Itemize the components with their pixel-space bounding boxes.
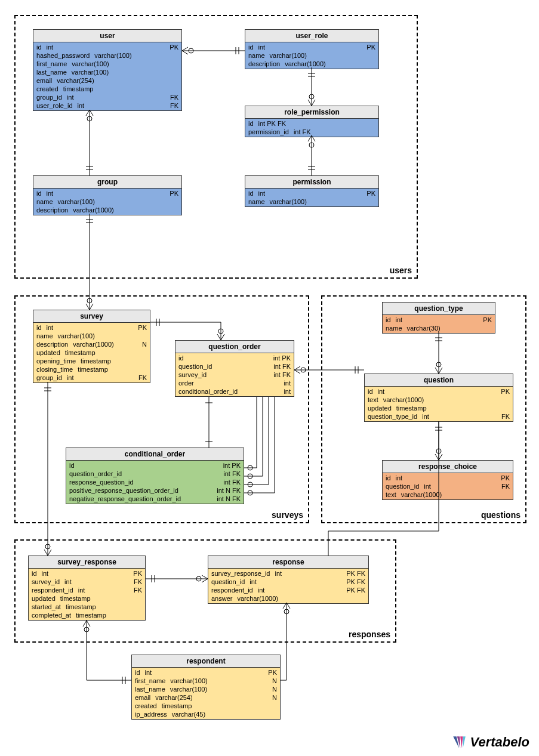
column-row: idintPK xyxy=(383,316,495,324)
table-body: idint PK FKpermission_idint FK xyxy=(245,119,378,137)
table-title: user xyxy=(33,30,181,42)
table-group[interactable]: group idintPKnamevarchar(100)description… xyxy=(33,175,182,215)
group-label-surveys: surveys xyxy=(272,510,303,520)
table-body: idintPKnamevarchar(100)descriptionvarcha… xyxy=(245,42,378,69)
column-row: namevarchar(100) xyxy=(33,332,150,340)
column-row: permission_idint FK xyxy=(245,128,378,136)
group-label-responses: responses xyxy=(349,630,390,639)
table-body: idintPKnamevarchar(30) xyxy=(383,315,495,333)
table-body: idintPKtextvarchar(1000)updatedtimestamp… xyxy=(365,387,513,421)
column-row: emailvarchar(254) xyxy=(33,76,181,85)
table-response-choice[interactable]: response_choice idintPKquestion_idintFKt… xyxy=(382,460,513,500)
logo-text: Vertabelo xyxy=(470,735,529,750)
table-title: user_role xyxy=(245,30,378,42)
column-row: idintPK xyxy=(383,474,513,482)
column-row: idintPK xyxy=(33,43,181,51)
table-role-permission[interactable]: role_permission idint PK FKpermission_id… xyxy=(245,106,379,137)
column-row: descriptionvarchar(1000)N xyxy=(33,340,150,348)
column-row: survey_response_idintPK FK xyxy=(208,569,368,578)
table-survey[interactable]: survey idintPKnamevarchar(100)descriptio… xyxy=(33,310,150,383)
table-permission[interactable]: permission idintPKnamevarchar(100) xyxy=(245,175,379,207)
group-label-users: users xyxy=(390,266,412,275)
column-row: namevarchar(100) xyxy=(245,198,378,206)
table-question-order[interactable]: question_order idint PKquestion_idint FK… xyxy=(175,340,294,397)
column-row: respondent_idintFK xyxy=(29,586,145,594)
column-row: group_idintFK xyxy=(33,93,181,101)
table-title: role_permission xyxy=(245,106,378,119)
table-body: idintPKnamevarchar(100) xyxy=(245,189,378,206)
column-row: createdtimestamp xyxy=(33,85,181,93)
column-row: first_namevarchar(100) xyxy=(33,60,181,68)
table-title: group xyxy=(33,176,181,189)
column-row: updatedtimestamp xyxy=(33,348,150,357)
table-body: idintPKfirst_namevarchar(100)Nlast_namev… xyxy=(132,668,280,719)
column-row: group_idintFK xyxy=(33,374,150,382)
column-row: updatedtimestamp xyxy=(365,404,513,412)
column-row: updatedtimestamp xyxy=(29,594,145,603)
table-conditional-order[interactable]: conditional_order idint PKquestion_order… xyxy=(66,448,244,504)
table-user[interactable]: user idintPKhashed_passwordvarchar(100)f… xyxy=(33,29,182,111)
column-row: namevarchar(100) xyxy=(33,198,181,206)
column-row: idintPK xyxy=(33,189,181,198)
column-row: respondent_idintPK FK xyxy=(208,586,368,594)
table-body: idintPKquestion_idintFKtextvarchar(1000) xyxy=(383,473,513,499)
vertabelo-logo-icon xyxy=(451,735,467,750)
column-row: survey_idint FK xyxy=(175,371,294,379)
table-title: conditional_order xyxy=(66,448,244,461)
column-row: emailvarchar(254)N xyxy=(132,693,280,702)
column-row: idint PK FK xyxy=(245,119,378,128)
column-row: opening_timetimestamp xyxy=(33,357,150,365)
table-title: question_order xyxy=(175,341,294,353)
column-row: descriptionvarchar(1000) xyxy=(245,60,378,68)
column-row: first_namevarchar(100)N xyxy=(132,677,280,685)
column-row: conditional_order_idint xyxy=(175,387,294,396)
column-row: hashed_passwordvarchar(100) xyxy=(33,51,181,60)
table-title: response xyxy=(208,556,368,569)
group-label-questions: questions xyxy=(481,510,520,520)
table-respondent[interactable]: respondent idintPKfirst_namevarchar(100)… xyxy=(131,655,281,720)
column-row: answervarchar(1000) xyxy=(208,594,368,603)
column-row: last_namevarchar(100)N xyxy=(132,685,280,693)
table-body: survey_response_idintPK FKquestion_idint… xyxy=(208,569,368,603)
column-row: positive_response_question_order_idint N… xyxy=(66,486,244,495)
column-row: question_idintPK FK xyxy=(208,578,368,586)
table-title: question_type xyxy=(383,303,495,315)
column-row: question_order_idint FK xyxy=(66,470,244,478)
column-row: question_type_idintFK xyxy=(365,412,513,421)
column-row: last_namevarchar(100) xyxy=(33,68,181,76)
table-body: idint PKquestion_idint FKsurvey_idint FK… xyxy=(175,353,294,396)
table-body: idintPKhashed_passwordvarchar(100)first_… xyxy=(33,42,181,110)
column-row: completed_attimestamp xyxy=(29,611,145,619)
column-row: namevarchar(100) xyxy=(245,51,378,60)
table-body: idint PKquestion_order_idint FKresponse_… xyxy=(66,461,244,504)
column-row: createdtimestamp xyxy=(132,702,280,710)
table-title: permission xyxy=(245,176,378,189)
table-title: survey_response xyxy=(29,556,145,569)
table-question[interactable]: question idintPKtextvarchar(1000)updated… xyxy=(364,374,513,422)
column-row: idintPK xyxy=(245,189,378,198)
column-row: idintPK xyxy=(132,668,280,677)
column-row: question_idint FK xyxy=(175,362,294,371)
table-body: idintPKsurvey_idintFKrespondent_idintFKu… xyxy=(29,569,145,620)
table-response[interactable]: response survey_response_idintPK FKquest… xyxy=(208,556,369,604)
vertabelo-logo: Vertabelo xyxy=(451,735,529,750)
er-diagram-canvas: users surveys questions responses user i… xyxy=(0,0,539,756)
table-title: survey xyxy=(33,310,150,323)
column-row: idintPK xyxy=(29,569,145,578)
column-row: idintPK xyxy=(365,387,513,396)
table-body: idintPKnamevarchar(100)descriptionvarcha… xyxy=(33,189,181,215)
column-row: started_attimestamp xyxy=(29,603,145,611)
table-survey-response[interactable]: survey_response idintPKsurvey_idintFKres… xyxy=(28,556,146,621)
column-row: closing_timetimestamp xyxy=(33,365,150,374)
column-row: ip_addressvarchar(45) xyxy=(132,710,280,718)
table-question-type[interactable]: question_type idintPKnamevarchar(30) xyxy=(382,302,495,334)
column-row: orderint xyxy=(175,379,294,387)
column-row: question_idintFK xyxy=(383,482,513,490)
column-row: idint PK xyxy=(175,354,294,362)
column-row: idintPK xyxy=(33,323,150,332)
column-row: survey_idintFK xyxy=(29,578,145,586)
table-user-role[interactable]: user_role idintPKnamevarchar(100)descrip… xyxy=(245,29,379,69)
column-row: negative_response_question_order_idint N… xyxy=(66,495,244,503)
column-row: response_question_idint FK xyxy=(66,478,244,486)
column-row: textvarchar(1000) xyxy=(365,396,513,404)
